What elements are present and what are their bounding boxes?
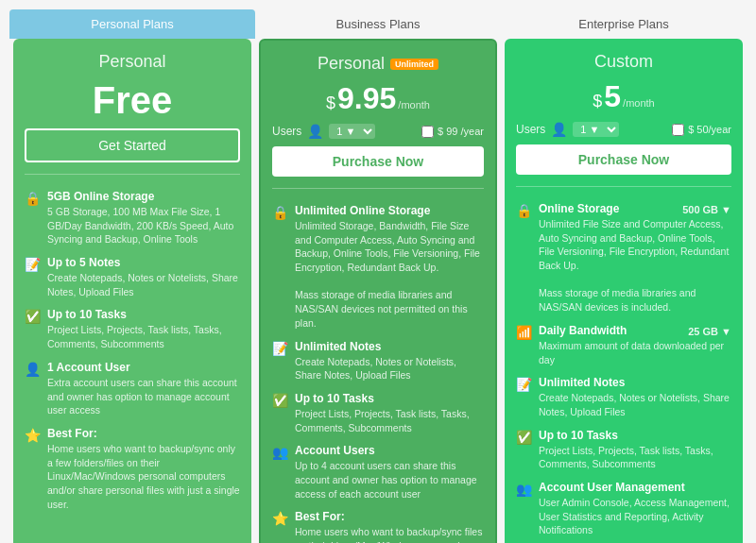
users-select-2[interactable]: 1 ▼ [573, 122, 619, 137]
feature-desc-2-2: Create Notepads, Notes or Notelists, Sha… [539, 391, 731, 418]
feature-icon-0-3: 👤 [25, 362, 40, 377]
feature-desc-1-1: Create Notepads, Notes or Notelists, Sha… [295, 355, 484, 382]
price-period-2: /month [623, 97, 655, 109]
feature-icon-1-0: 🔒 [272, 205, 287, 220]
feature-item-0-1: 📝Up to 5 NotesCreate Notepads, Notes or … [25, 256, 240, 298]
feature-item-2-1: 📶Daily Bandwidth25 GB ▼Maximum amount of… [516, 324, 731, 366]
feature-title-1-2: Up to 10 Tasks [295, 392, 484, 405]
feature-title-2-4: Account User Management [539, 481, 731, 494]
storage-amount-2-0: 500 GB ▼ [682, 204, 731, 215]
plan-card-personal: PersonalFreeGet Started🔒5GB Online Stora… [13, 39, 251, 543]
price-row-2: $5/month [516, 79, 731, 114]
users-left-1: Users👤1 ▼ [272, 124, 375, 139]
feature-desc-2-4: User Admin Console, Access Management, U… [539, 496, 731, 537]
feature-title-1-4: Best For: [295, 510, 484, 523]
feature-desc-1-2: Project Lists, Projects, Task lists, Tas… [295, 407, 484, 434]
feature-icon-0-4: ⭐ [25, 428, 40, 443]
feature-icon-2-1: 📶 [516, 325, 531, 340]
feature-content-0-2: Up to 10 TasksProject Lists, Projects, T… [47, 308, 240, 350]
feature-content-0-4: Best For:Home users who want to backup/s… [47, 427, 240, 511]
feature-icon-2-3: ✅ [516, 430, 531, 445]
price-amount-1: 9.95 [337, 81, 396, 116]
feature-item-2-2: 📝Unlimited NotesCreate Notepads, Notes o… [516, 376, 731, 418]
plan-section-1: Business PlansPersonalUnlimited$9.95/mon… [255, 9, 501, 543]
yearly-checkbox-2[interactable] [672, 124, 684, 136]
feature-icon-1-3: 👥 [272, 445, 287, 460]
plan-title-2: Custom [594, 52, 653, 72]
feature-item-1-4: ⭐Best For:Home users who want to backup/… [272, 510, 484, 543]
price-amount-2: 5 [604, 79, 621, 114]
yearly-checkbox-1[interactable] [421, 126, 434, 138]
price-period-1: /month [398, 99, 430, 110]
feature-desc-1-4: Home users who want to backup/sync files… [295, 525, 484, 543]
feature-item-0-0: 🔒5GB Online Storage5 GB Storage, 100 MB … [25, 190, 240, 246]
yearly-option-2: $ 50/year [672, 124, 731, 136]
feature-title-1-1: Unlimited Notes [295, 340, 484, 353]
free-price: Free [25, 79, 240, 121]
feature-item-0-4: ⭐Best For:Home users who want to backup/… [25, 427, 240, 511]
feature-content-2-2: Unlimited NotesCreate Notepads, Notes or… [539, 376, 731, 418]
feature-content-1-2: Up to 10 TasksProject Lists, Projects, T… [295, 392, 484, 434]
plan-card-business: PersonalUnlimited$9.95/monthUsers👤1 ▼$ 9… [259, 39, 497, 543]
feature-icon-2-4: 👥 [516, 482, 531, 497]
feature-content-0-1: Up to 5 NotesCreate Notepads, Notes or N… [47, 256, 240, 298]
feature-content-1-0: Unlimited Online StorageUnlimited Storag… [295, 204, 484, 331]
feature-content-2-3: Up to 10 TasksProject Lists, Projects, T… [539, 429, 731, 471]
feature-title-2-3: Up to 10 Tasks [539, 429, 731, 442]
feature-desc-2-0: Unlimited File Size and Computer Access,… [539, 217, 731, 314]
feature-item-0-3: 👤1 Account UserExtra account users can s… [25, 361, 240, 417]
purchase-button-1[interactable]: Purchase Now [272, 146, 484, 177]
feature-title-1-0: Unlimited Online Storage [295, 204, 484, 217]
feature-content-2-1: Daily Bandwidth25 GB ▼Maximum amount of … [539, 324, 731, 366]
feature-icon-0-1: 📝 [25, 257, 40, 272]
user-icon-1: 👤 [307, 124, 323, 139]
user-icon-2: 👤 [551, 122, 567, 137]
yearly-option-1: $ 99 /year [421, 126, 484, 138]
purchase-button-2[interactable]: Purchase Now [516, 144, 731, 175]
feature-title-row-2-0: Online Storage500 GB ▼ [539, 202, 731, 217]
feature-icon-1-4: ⭐ [272, 511, 287, 526]
section-header-1: Business Plans [255, 9, 501, 39]
feature-icon-0-2: ✅ [25, 309, 40, 324]
plan-card-enterprise: Custom$5/monthUsers👤1 ▼$ 50/yearPurchase… [505, 39, 743, 543]
plan-title-row-0: Personal [25, 52, 240, 72]
price-row-1: $9.95/month [272, 81, 484, 116]
feature-icon-2-0: 🔒 [516, 203, 531, 218]
feature-item-1-1: 📝Unlimited NotesCreate Notepads, Notes o… [272, 340, 484, 382]
divider-1 [272, 188, 484, 189]
users-label-1: Users [272, 125, 301, 138]
feature-list-1: 🔒Unlimited Online StorageUnlimited Stora… [272, 204, 484, 543]
divider-2 [516, 186, 731, 187]
feature-desc-1-3: Up to 4 account users can share this acc… [295, 459, 484, 501]
feature-title-2-2: Unlimited Notes [539, 376, 731, 389]
feature-icon-0-0: 🔒 [25, 191, 40, 206]
feature-item-1-2: ✅Up to 10 TasksProject Lists, Projects, … [272, 392, 484, 434]
feature-title-row-2-1: Daily Bandwidth25 GB ▼ [539, 324, 731, 339]
feature-desc-1-0: Unlimited Storage, Bandwidth, File Size … [295, 219, 484, 331]
section-header-2: Enterprise Plans [501, 9, 747, 39]
plan-title-row-2: Custom [516, 52, 731, 72]
feature-item-2-4: 👥Account User ManagementUser Admin Conso… [516, 481, 731, 537]
feature-content-1-1: Unlimited NotesCreate Notepads, Notes or… [295, 340, 484, 382]
feature-item-0-2: ✅Up to 10 TasksProject Lists, Projects, … [25, 308, 240, 350]
feature-item-1-0: 🔒Unlimited Online StorageUnlimited Stora… [272, 204, 484, 331]
feature-desc-0-3: Extra account users can share this accou… [47, 376, 240, 417]
users-select-1[interactable]: 1 ▼ [329, 124, 375, 139]
plan-section-2: Enterprise PlansCustom$5/monthUsers👤1 ▼$… [501, 9, 747, 543]
feature-content-0-0: 5GB Online Storage5 GB Storage, 100 MB M… [47, 190, 240, 246]
feature-title-0-0: 5GB Online Storage [47, 190, 240, 203]
users-row-2: Users👤1 ▼$ 50/year [516, 122, 731, 137]
plan-section-0: Personal PlansPersonalFreeGet Started🔒5G… [9, 9, 255, 543]
get-started-button[interactable]: Get Started [25, 128, 240, 162]
feature-desc-0-1: Create Notepads, Notes or Notelists, Sha… [47, 271, 240, 298]
divider-0 [25, 174, 240, 175]
feature-content-2-0: Online Storage500 GB ▼Unlimited File Siz… [539, 202, 731, 314]
price-currency-1: $ [326, 93, 335, 113]
feature-content-0-3: 1 Account UserExtra account users can sh… [47, 361, 240, 417]
users-left-2: Users👤1 ▼ [516, 122, 619, 137]
users-label-2: Users [516, 123, 545, 136]
feature-content-1-3: Account UsersUp to 4 account users can s… [295, 444, 484, 501]
plan-title-0: Personal [98, 52, 165, 72]
unlimited-badge: Unlimited [390, 59, 438, 70]
plan-title-row-1: PersonalUnlimited [272, 54, 484, 74]
